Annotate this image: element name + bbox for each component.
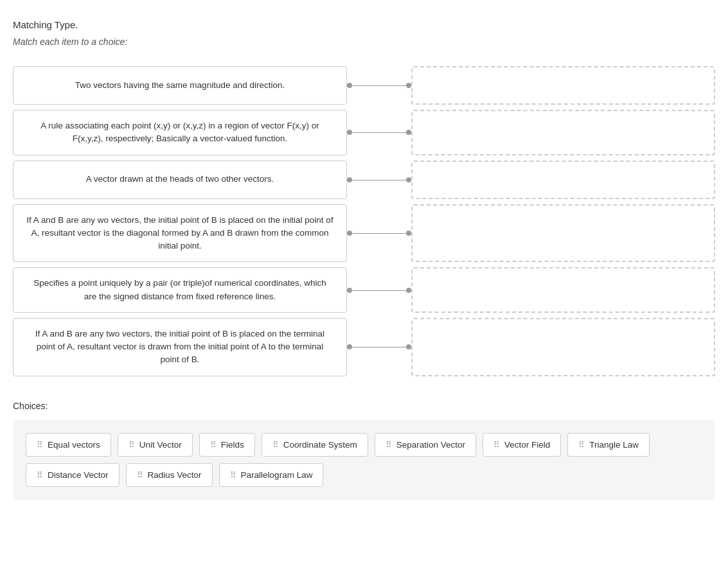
matching-area: Two vectors having the same magnitude an…	[13, 66, 715, 382]
drag-icon: ⠿	[230, 470, 236, 480]
drag-icon: ⠿	[37, 440, 42, 450]
match-item-left: Specifies a point uniquely by a pair (or…	[13, 267, 347, 313]
match-item-left: Two vectors having the same magnitude an…	[13, 66, 347, 105]
connector-line	[347, 110, 411, 155]
choice-chip-choice-distance-vector[interactable]: ⠿Distance Vector	[26, 463, 120, 487]
choice-chip-choice-separation-vector[interactable]: ⠿Separation Vector	[375, 433, 476, 457]
drag-icon: ⠿	[272, 440, 278, 450]
choice-label: Unit Vector	[139, 440, 182, 450]
drag-icon: ⠿	[137, 470, 143, 480]
match-item-right[interactable]	[411, 204, 715, 263]
connector-line	[347, 66, 411, 105]
choice-label: Coordinate System	[283, 440, 357, 450]
match-row: Two vectors having the same magnitude an…	[13, 66, 715, 105]
drag-icon: ⠿	[129, 440, 134, 450]
choices-section: Choices: ⠿Equal vectors⠿Unit Vector⠿Fiel…	[13, 401, 715, 500]
connector-line	[347, 161, 411, 199]
match-row: If A and B are any two vectors, the init…	[13, 318, 715, 376]
match-item-right[interactable]	[411, 267, 715, 313]
choice-chip-choice-triangle-law[interactable]: ⠿Triangle Law	[567, 433, 650, 457]
choice-label: Radius Vector	[148, 470, 202, 480]
choice-chip-choice-vector-field[interactable]: ⠿Vector Field	[483, 433, 561, 457]
match-item-left: A vector drawn at the heads of two other…	[13, 161, 347, 199]
match-item-left: If A and B are any wo vectors, the initi…	[13, 204, 347, 263]
match-item-left: A rule associating each point (x,y) or (…	[13, 110, 347, 155]
match-row: A vector drawn at the heads of two other…	[13, 161, 715, 199]
choice-chip-choice-unit-vector[interactable]: ⠿Unit Vector	[118, 433, 193, 457]
match-item-right[interactable]	[411, 318, 715, 376]
choice-label: Distance Vector	[48, 470, 109, 480]
drag-icon: ⠿	[386, 440, 391, 450]
match-item-right[interactable]	[411, 110, 715, 155]
connector-line	[347, 267, 411, 313]
page-title: Matching Type.	[13, 19, 715, 30]
match-item-right[interactable]	[411, 66, 715, 105]
choice-label: Fields	[221, 440, 244, 450]
choice-chip-choice-fields[interactable]: ⠿Fields	[199, 433, 255, 457]
choice-label: Separation Vector	[396, 440, 465, 450]
match-row: If A and B are any wo vectors, the initi…	[13, 204, 715, 263]
choice-chip-choice-parallelogram-law[interactable]: ⠿Parallelogram Law	[219, 463, 324, 487]
choice-chip-choice-equal-vectors[interactable]: ⠿Equal vectors	[26, 433, 111, 457]
connector-line	[347, 318, 411, 376]
choice-chip-choice-coordinate-system[interactable]: ⠿Coordinate System	[262, 433, 368, 457]
drag-icon: ⠿	[210, 440, 216, 450]
choice-label: Vector Field	[504, 440, 550, 450]
choices-container: ⠿Equal vectors⠿Unit Vector⠿Fields⠿Coordi…	[13, 420, 715, 500]
page-subtitle: Match each item to a choice:	[13, 37, 715, 47]
choice-label: Parallelogram Law	[241, 470, 313, 480]
drag-icon: ⠿	[493, 440, 499, 450]
drag-icon: ⠿	[37, 470, 42, 480]
connector-line	[347, 204, 411, 263]
choice-label: Triangle Law	[589, 440, 639, 450]
choice-chip-choice-radius-vector[interactable]: ⠿Radius Vector	[126, 463, 213, 487]
drag-icon: ⠿	[578, 440, 584, 450]
match-row: A rule associating each point (x,y) or (…	[13, 110, 715, 155]
choices-label: Choices:	[13, 401, 715, 411]
match-row: Specifies a point uniquely by a pair (or…	[13, 267, 715, 313]
choice-label: Equal vectors	[48, 440, 100, 450]
match-item-left: If A and B are any two vectors, the init…	[13, 318, 347, 376]
match-item-right[interactable]	[411, 161, 715, 199]
